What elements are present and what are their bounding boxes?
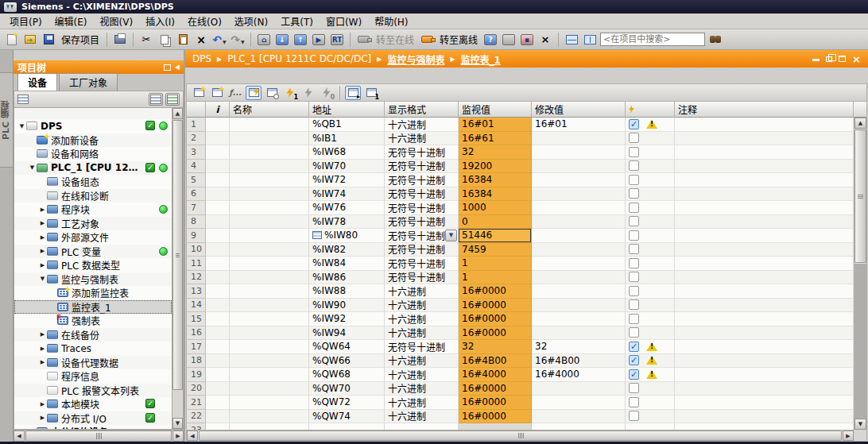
modify-enable-checkbox[interactable] <box>629 188 639 199</box>
cell-monitor-value[interactable]: 0 <box>459 215 532 230</box>
watch-row[interactable]: 6%IW74无符号十进制16384 <box>187 187 854 202</box>
cell-modify-value[interactable] <box>532 132 626 146</box>
cell-name[interactable] <box>230 201 309 215</box>
modify-enable-checkbox[interactable] <box>629 299 639 310</box>
watch-row[interactable]: 7%IW76无符号十进制1000 <box>187 201 854 215</box>
cell-display-format[interactable]: 十六进制 <box>385 410 459 424</box>
modify-enable-checkbox[interactable] <box>629 383 639 393</box>
table-vertical-scrollbar[interactable]: ▲ ▼ <box>854 118 866 430</box>
scroll-right-icon[interactable]: ▶ <box>172 430 184 442</box>
watch-row[interactable]: 22%QW74十六进制16#0000 <box>187 410 854 424</box>
modify-enable-checkbox[interactable]: ✓ <box>629 342 639 352</box>
cell-modify-value[interactable] <box>532 257 626 271</box>
breadcrumb-item[interactable]: 监控与强制表 <box>387 52 444 66</box>
insert-row-icon[interactable] <box>191 86 207 100</box>
save-project-button[interactable]: 保存项目 <box>59 33 102 46</box>
menu-item[interactable]: 项目(P) <box>3 13 48 29</box>
go-online-icon[interactable] <box>355 33 371 47</box>
cell-comment[interactable] <box>675 354 854 369</box>
cell-name[interactable] <box>230 160 309 174</box>
cell-address[interactable]: %IW92 <box>309 312 385 326</box>
tree-item[interactable]: ▶Traces <box>14 342 172 356</box>
cell-comment[interactable] <box>675 326 854 341</box>
cell-monitor-value[interactable]: 16#0000 <box>459 284 532 299</box>
cell-display-format[interactable]: 无符号十进制▼ <box>385 229 459 243</box>
modify-enable-checkbox[interactable] <box>629 133 639 143</box>
cell-display-format[interactable]: 十六进制 <box>385 326 459 341</box>
cell-modify-value[interactable] <box>532 284 626 299</box>
watch-row[interactable]: 2%IB1十六进制16#61 <box>187 132 854 146</box>
tree-item[interactable]: ▼监控与强制表 <box>14 272 172 287</box>
cell-display-format[interactable]: 无符号十进制 <box>385 243 459 257</box>
cell-monitor-value[interactable]: 51446 <box>459 229 532 243</box>
show-modify-columns-icon[interactable]: ▸ <box>345 86 361 100</box>
tree-view-icon[interactable] <box>17 95 29 104</box>
cell-comment[interactable] <box>675 312 854 326</box>
modify-enable-checkbox[interactable] <box>629 216 639 226</box>
cell-monitor-value[interactable]: 16#01 <box>459 118 532 132</box>
header-comment[interactable]: 注释 <box>675 102 854 118</box>
modify-enable-checkbox[interactable]: ✓ <box>629 355 639 365</box>
restore-button-icon[interactable] <box>826 56 832 62</box>
watch-row[interactable]: 20%QW70十六进制16#0000 <box>187 382 854 396</box>
cell-comment[interactable] <box>675 382 854 396</box>
header-format[interactable]: 显示格式 <box>385 102 459 118</box>
cell-monitor-value[interactable]: 16#0000 <box>459 326 532 341</box>
menu-item[interactable]: 视图(V) <box>94 13 140 29</box>
search-project-icon[interactable] <box>707 33 723 47</box>
cell-comment[interactable] <box>675 187 854 202</box>
cell-monitor-value[interactable]: 1 <box>459 257 532 271</box>
cell-modify-value[interactable] <box>532 173 626 187</box>
tree-item[interactable]: 添加新设备 <box>14 133 172 148</box>
cell-monitor-value[interactable]: 16#0000 <box>459 410 532 424</box>
cell-comment[interactable] <box>675 229 854 243</box>
cell-comment[interactable] <box>675 271 854 285</box>
menu-item[interactable]: 选项(N) <box>228 13 274 29</box>
show-editors-icon[interactable]: ▪ <box>519 33 535 47</box>
cell-comment[interactable] <box>675 396 854 410</box>
cell-monitor-value[interactable]: 16#61 <box>459 132 532 146</box>
tree-item[interactable]: ▶未分组的设备 <box>14 425 172 429</box>
cell-comment[interactable] <box>675 132 854 146</box>
cell-modify-value[interactable] <box>532 312 626 326</box>
expand-node-icon[interactable]: ▶ <box>38 415 47 421</box>
header-i[interactable]: i <box>206 102 230 118</box>
cell-display-format[interactable] <box>385 423 459 430</box>
cell-monitor-value[interactable]: 32 <box>459 145 532 160</box>
show-column-headers-icon[interactable] <box>149 93 163 106</box>
cell-comment[interactable] <box>675 160 854 174</box>
breadcrumb-item[interactable]: PLC_1 [CPU 1211C DC/DC/DC] <box>227 53 371 64</box>
cell-display-format[interactable]: 十六进制 <box>385 118 459 132</box>
pin-panel-icon[interactable] <box>164 64 171 71</box>
stop-cpu-icon[interactable]: RT <box>329 33 345 47</box>
menu-item[interactable]: 插入(I) <box>139 13 181 29</box>
cell-name[interactable] <box>230 326 309 341</box>
modify-enable-checkbox[interactable] <box>629 411 639 421</box>
tree-item[interactable]: ▶设备代理数据 <box>14 356 172 370</box>
search-input[interactable] <box>600 33 705 46</box>
watch-row[interactable]: 1%QB1十六进制16#0116#01✓ <box>187 118 854 132</box>
header-name[interactable]: 名称 <box>230 102 309 118</box>
cell-monitor-value[interactable]: 1000 <box>459 201 532 215</box>
cell-name[interactable] <box>230 271 309 285</box>
maximize-button-icon[interactable] <box>839 56 846 62</box>
tree-item[interactable]: PLC 报警文本列表 <box>14 384 172 398</box>
cell-display-format[interactable]: 十六进制 <box>385 396 459 410</box>
split-editor-horizontal-icon[interactable] <box>564 33 579 47</box>
cell-display-format[interactable]: 十六进制 <box>385 354 459 369</box>
tree-item[interactable]: 设备和网络 <box>14 147 172 161</box>
expand-node-icon[interactable]: ▶ <box>38 331 47 338</box>
cell-display-format[interactable]: 十六进制 <box>385 368 459 382</box>
cell-display-format[interactable]: 十六进制 <box>385 299 459 313</box>
cell-name[interactable] <box>230 173 309 187</box>
cell-address[interactable]: %IB1 <box>309 132 385 146</box>
watch-row[interactable]: 17%QW64无符号十进制3232✓ <box>187 340 854 354</box>
watch-row[interactable]: 10%IW82无符号十进制7459 <box>187 243 854 257</box>
cell-comment[interactable] <box>675 243 854 257</box>
cell-modify-value[interactable] <box>532 243 626 257</box>
cell-address[interactable]: %IW78 <box>309 215 385 230</box>
cell-address[interactable]: %QW66 <box>309 354 385 369</box>
modify-enable-checkbox[interactable] <box>629 397 639 407</box>
cell-address[interactable]: %QW64 <box>309 340 385 354</box>
cell-address[interactable]: %QB1 <box>309 118 385 132</box>
